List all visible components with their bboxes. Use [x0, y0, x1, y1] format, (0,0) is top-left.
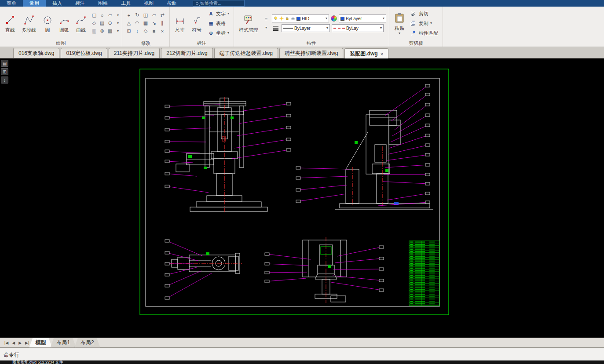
doc-tab-016[interactable]: 016支承轴.dwg [13, 48, 59, 58]
line-tool[interactable]: 直线 [3, 12, 18, 34]
lineweight-value: ByLayer [294, 26, 311, 31]
arc-tool[interactable]: 圆弧 [57, 12, 72, 34]
polyline-icon [24, 13, 34, 26]
coordinate-caret-icon[interactable]: ▾ [227, 31, 229, 35]
parallel-tool-icon[interactable]: ∥ [158, 19, 166, 27]
paste-caret-icon[interactable]: ▾ [399, 32, 400, 35]
grid-tool-icon[interactable]: ▦ [106, 27, 114, 35]
doc-tab-terminal[interactable]: 端子传送抬起装置.dwg [214, 48, 278, 58]
spline-icon [76, 13, 86, 26]
layout-tab-layout1[interactable]: 布局1 [50, 338, 76, 348]
move-tool-icon[interactable]: + [125, 11, 133, 19]
layout-nav-prev-icon[interactable]: ◀ [10, 341, 17, 345]
doc-tab-wireclamp[interactable]: 聘丝夹持切断装置.dwg [279, 48, 343, 58]
array-tool-icon[interactable]: ▦ [142, 19, 150, 27]
parallelogram-tool-icon[interactable]: ▱ [106, 11, 114, 19]
close-icon[interactable]: × [381, 51, 383, 57]
menu-frame[interactable]: 图幅 [92, 0, 114, 7]
coordinate-icon: ⊕ [208, 30, 214, 36]
paste-button[interactable]: 粘贴 ▾ [392, 11, 407, 36]
menu-annotate[interactable]: 标注 [69, 0, 92, 7]
layout-tab-model[interactable]: 模型 [29, 338, 52, 348]
layer-states-icon[interactable]: ≡ [262, 15, 270, 23]
status-text: 图形修复.dwg 512.2234 文件 [12, 360, 63, 364]
rotate-tool-icon[interactable]: ↻ [133, 11, 141, 19]
erase-tool-icon[interactable]: × [158, 27, 166, 35]
linetype-caret-icon: ▾ [380, 26, 382, 30]
draw-row2-caret-icon[interactable]: ▾ [114, 19, 122, 27]
mirror-tool-icon[interactable]: ◫ [142, 11, 150, 19]
draw-row1-caret-icon[interactable]: ▾ [114, 11, 122, 19]
drawing-canvas[interactable] [0, 58, 604, 338]
layout-nav-next-icon[interactable]: ▶ [17, 341, 23, 345]
color-wheel-icon[interactable] [331, 15, 337, 22]
extend-tool-icon[interactable]: ↕ [133, 27, 141, 35]
layer-states-caret-icon[interactable]: ▾ [262, 24, 270, 32]
command-line[interactable]: 命令行 [0, 347, 604, 360]
polygon-tool-icon[interactable]: ◇ [90, 19, 98, 27]
menu-file[interactable]: 菜单 [0, 0, 23, 7]
spline-tool[interactable]: 曲线 [73, 12, 88, 34]
explode-tool-icon[interactable]: ⊞ [125, 27, 133, 35]
doc-tab-019[interactable]: 019定位板.dwg [61, 48, 107, 58]
lineweight-select[interactable]: ByLayer ▾ [282, 24, 330, 32]
polyline-tool[interactable]: 多段线 [19, 12, 38, 34]
hatch-tool-icon[interactable]: ▤ [98, 19, 106, 27]
style-manager-button[interactable]: 样式管理 [237, 12, 260, 34]
doc-tab-212[interactable]: 212切断刀片.dwg [161, 48, 212, 58]
search-icon [196, 2, 198, 5]
navigate-icon[interactable]: ↕ [1, 76, 8, 84]
coordinate-tool[interactable]: ⊕ 坐标 ▾ [206, 29, 231, 37]
menu-home[interactable]: 常用 [23, 0, 46, 7]
copy-caret-icon[interactable]: ▾ [430, 22, 432, 25]
linetype-select[interactable]: ByLay ▾ [332, 24, 384, 32]
layer-select[interactable]: HID ▾ [272, 15, 329, 22]
search-box[interactable]: 智能搜索... [193, 0, 245, 7]
front-view [176, 98, 267, 211]
clipboard-stack: 剪切 复制 ▾ 特性匹配 [409, 10, 440, 37]
menu-view[interactable]: 视图 [137, 0, 160, 7]
circle-tool[interactable]: 圆 [40, 12, 55, 34]
dimension-icon [175, 13, 185, 26]
stretch-tool-icon[interactable]: ↘ [150, 19, 158, 27]
table-tool[interactable]: ▦ 表格 [206, 19, 231, 28]
properties-controls: HID ▾ ByLayer ▾ [272, 15, 386, 32]
match-properties-button[interactable]: 特性匹配 [409, 29, 440, 37]
rectangle-tool-icon[interactable]: ▢ [90, 11, 98, 19]
match-brush-icon [410, 30, 417, 36]
fill-tool-icon[interactable]: ▒ [90, 27, 98, 35]
point-tool-icon[interactable]: ⊙ [106, 19, 114, 27]
centerlines [170, 97, 382, 303]
layout-tab-layout2[interactable]: 布局2 [74, 338, 100, 348]
scale-tool-icon[interactable]: △ [125, 19, 133, 27]
dimension-tool[interactable]: 尺寸 [172, 12, 187, 34]
menu-tools[interactable]: 工具 [114, 0, 137, 7]
palette-toggle-icon[interactable]: ▤ [1, 60, 8, 67]
menu-help[interactable]: 帮助 [160, 0, 183, 7]
ellipse-tool-icon[interactable]: ○ [98, 11, 106, 19]
offset-tool-icon[interactable]: ▱ [150, 11, 158, 19]
swap-tool-icon[interactable]: ⇄ [158, 11, 166, 19]
doc-tab-211[interactable]: 211夹持刀片.dwg [109, 48, 160, 58]
draw-row3-caret-icon[interactable]: ▾ [114, 27, 122, 35]
viewport-icon[interactable]: ⊞ [1, 68, 8, 75]
menu-insert[interactable]: 插入 [46, 0, 69, 7]
chamfer-tool-icon[interactable]: ◇ [142, 27, 150, 35]
ribbon: 直线 多段线 圆 圆弧 [0, 7, 604, 47]
donut-tool-icon[interactable]: ⊚ [98, 27, 106, 35]
layout-nav-first-icon[interactable]: |◀ [3, 341, 10, 345]
copy-button[interactable]: 复制 ▾ [409, 19, 440, 28]
align-tool-icon[interactable]: ≡ [150, 27, 158, 35]
text-caret-icon[interactable]: ▾ [227, 12, 229, 15]
layer-caret-icon: ▾ [326, 17, 327, 20]
doc-tab-assembly[interactable]: 装配图.dwg × [344, 48, 388, 58]
symbol-tool[interactable]: 符号 [189, 12, 204, 34]
layout-nav-last-icon[interactable]: ▶| [23, 341, 31, 345]
color-select[interactable]: ByLayer ▾ [339, 15, 386, 22]
symbol-icon [191, 13, 202, 26]
lineweight-icon[interactable] [272, 25, 280, 32]
cut-button[interactable]: 剪切 [409, 10, 440, 18]
arc-icon [59, 13, 70, 26]
fillet-tool-icon[interactable]: ◠ [133, 19, 141, 27]
text-tool[interactable]: A 文字 ▾ [206, 10, 231, 18]
